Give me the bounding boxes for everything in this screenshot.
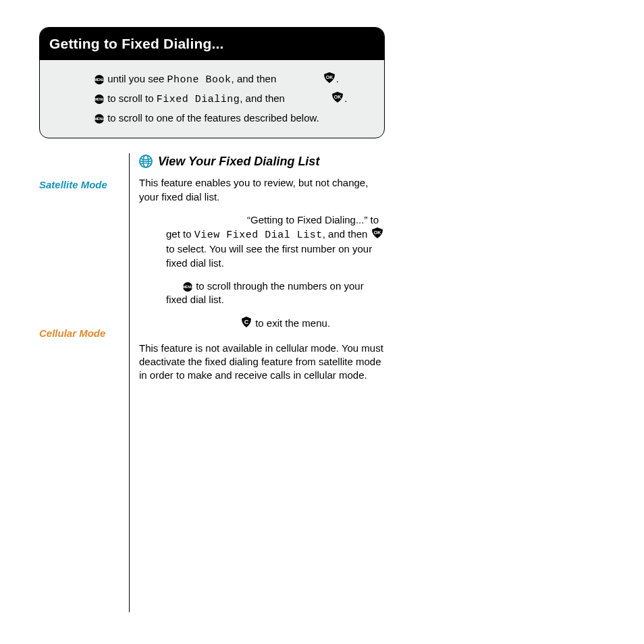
ok-icon: OK	[323, 71, 336, 89]
section-title: View Your Fixed Dialing List	[158, 153, 319, 169]
step-text: to scroll to	[105, 92, 157, 104]
menu-icon: MENU	[182, 281, 193, 292]
menu-icon: MENU	[94, 94, 105, 105]
ok-icon: OK	[331, 90, 344, 109]
svg-text:C: C	[244, 319, 249, 325]
text: to select. You will see the first number…	[166, 243, 372, 268]
svg-text:MENU: MENU	[95, 97, 105, 101]
right-column: View Your Fixed Dialing List This featur…	[129, 153, 385, 612]
content-area: Satellite Mode Cellular Mode View Your F…	[39, 153, 383, 612]
step-2: MENU to scroll to Fixed Dialing, and the…	[94, 89, 369, 109]
text: to scroll through the numbers on your fi…	[166, 280, 364, 305]
svg-text:MENU: MENU	[95, 117, 105, 121]
header-box: Getting to Fixed Dialing... MENU until y…	[39, 27, 385, 138]
header-steps: MENU until you see Phone Book, and then …	[40, 60, 384, 138]
step-text: , and then	[232, 73, 279, 84]
svg-text:MENU: MENU	[183, 285, 193, 289]
svg-text:OK: OK	[373, 230, 381, 235]
menu-icon: MENU	[94, 113, 105, 124]
globe-icon	[139, 155, 153, 168]
svg-text:MENU: MENU	[95, 78, 105, 82]
ok-icon: OK	[371, 227, 384, 242]
page-title: Getting to Fixed Dialing...	[40, 28, 384, 60]
step-mono: Fixed Dialing	[157, 94, 240, 105]
step-text: to scroll to one of the features describ…	[105, 112, 319, 124]
text: to exit the menu.	[252, 317, 330, 329]
step-text: until you see	[105, 73, 167, 84]
satellite-step-1: “Getting to Fixed Dialing...” to get to …	[139, 213, 385, 270]
cellular-note: This feature is not available in cellula…	[139, 342, 385, 383]
step-text: , and then	[240, 92, 288, 104]
section-heading: View Your Fixed Dialing List	[139, 153, 385, 169]
step-text: .	[336, 73, 339, 84]
step-3: MENU to scroll to one of the features de…	[94, 109, 369, 127]
satellite-step-3: C to exit the menu.	[139, 316, 385, 331]
step-mono: Phone Book	[167, 74, 232, 86]
cellular-mode-label: Cellular Mode	[39, 327, 105, 339]
mono-text: View Fixed Dial List	[194, 230, 323, 241]
text: , and then	[323, 228, 371, 240]
c-icon: C	[240, 316, 252, 331]
svg-text:OK: OK	[334, 95, 342, 99]
step-1: MENU until you see Phone Book, and then …	[94, 70, 369, 89]
menu-icon: MENU	[94, 74, 105, 85]
satellite-mode-label: Satellite Mode	[39, 179, 107, 190]
svg-text:OK: OK	[325, 75, 333, 80]
satellite-step-2: MENU to scroll through the numbers on yo…	[139, 279, 385, 307]
satellite-intro: This feature enables you to review, but …	[139, 176, 385, 204]
step-text: .	[344, 92, 347, 104]
